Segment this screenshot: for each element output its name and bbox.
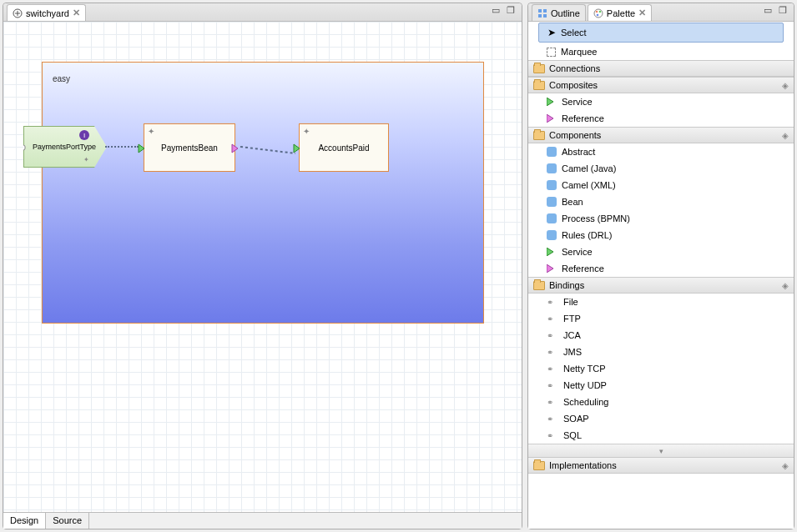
pin-icon[interactable]: ◈ (782, 461, 789, 470)
svg-point-10 (594, 9, 603, 18)
palette-item-component-service[interactable]: Service (528, 243, 794, 260)
tab-design[interactable]: Design (3, 513, 46, 529)
outline-icon (537, 8, 547, 18)
palette-item-binding-scheduling[interactable]: ⚭ Scheduling (528, 394, 794, 410)
svg-point-12 (599, 10, 602, 13)
svg-line-4 (240, 147, 295, 153)
marquee-icon (547, 48, 556, 57)
tool-select[interactable]: ➤ Select (538, 23, 784, 43)
drawer-bindings[interactable]: Bindings ◈ (528, 277, 794, 294)
svg-marker-2 (139, 144, 144, 153)
svg-marker-5 (294, 144, 300, 153)
palette-item-process-bpmn[interactable]: Process (BPMN) (528, 210, 794, 227)
item-label: Reference (562, 263, 604, 274)
composite-container[interactable]: easy (42, 62, 484, 324)
palette-item-binding-jca[interactable]: ⚭ JCA (528, 327, 794, 344)
component-accounts-paid[interactable]: ✦ AccountsPaid (299, 123, 389, 172)
item-label: Service (562, 247, 593, 257)
svg-point-11 (596, 10, 598, 13)
svg-rect-7 (543, 9, 547, 13)
diagram-canvas[interactable]: easy PaymentsPortType I ✦ ✦ PaymentsBean (3, 22, 522, 512)
composite-label: easy (53, 74, 70, 83)
reference-wire[interactable] (235, 138, 302, 163)
interface-badge-icon: I (79, 130, 89, 140)
drawer-connections[interactable]: Connections (528, 60, 794, 77)
item-label: Rules (DRL) (562, 230, 613, 240)
switchyard-icon (13, 8, 23, 18)
link-icon: ⚭ (547, 332, 558, 339)
service-node-payments-port-type[interactable]: PaymentsPortType I ✦ (23, 126, 107, 168)
editor-tab-label: switchyard (26, 8, 69, 18)
palette-item-bean[interactable]: Bean (528, 193, 794, 210)
folder-icon (533, 64, 545, 73)
service-port-icon[interactable] (138, 143, 148, 153)
pin-icon[interactable]: ◈ (782, 81, 789, 90)
drawer-label: Composites (549, 80, 598, 90)
palette-item-binding-soap[interactable]: ⚭ SOAP (528, 410, 794, 427)
minimize-icon[interactable]: ▭ (490, 5, 502, 15)
drawer-label: Components (549, 130, 601, 140)
item-label: File (563, 297, 578, 307)
item-label: Camel (XML) (562, 180, 616, 190)
palette-item-camel-xml[interactable]: Camel (XML) (528, 177, 794, 193)
component-payments-bean[interactable]: ✦ PaymentsBean (144, 123, 235, 172)
palette-item-binding-netty-tcp[interactable]: ⚭ Netty TCP (528, 360, 794, 377)
palette-item-rules-drl[interactable]: Rules (DRL) (528, 227, 794, 243)
component-label: PaymentsBean (161, 143, 218, 153)
close-icon[interactable]: ✕ (638, 8, 646, 18)
palette-item-binding-ftp[interactable]: ⚭ FTP (528, 310, 794, 327)
item-label: Service (562, 97, 593, 107)
promoted-service-wire[interactable] (105, 146, 139, 148)
palette-item-abstract[interactable]: Abstract (528, 143, 794, 160)
svg-rect-8 (538, 14, 542, 18)
editor-tab-bar: switchyard ✕ ▭ ❐ (3, 3, 522, 22)
palette-item-composite-reference[interactable]: Reference (528, 110, 794, 127)
drawer-composites[interactable]: Composites ◈ (528, 77, 794, 93)
palette-item-binding-jms[interactable]: ⚭ JMS (528, 344, 794, 360)
service-icon (547, 248, 557, 256)
tool-marquee[interactable]: Marquee (528, 43, 794, 60)
palette-item-component-reference[interactable]: Reference (528, 260, 794, 277)
scroll-down-button[interactable]: ▾ (528, 444, 794, 457)
drawer-implementations[interactable]: Implementations ◈ (528, 457, 794, 474)
item-label: Scheduling (563, 397, 608, 407)
svg-rect-9 (543, 14, 547, 18)
service-port-icon[interactable] (293, 143, 303, 153)
drawer-components[interactable]: Components ◈ (528, 127, 794, 143)
link-icon: ⚭ (547, 415, 558, 422)
drawer-label: Bindings (549, 280, 584, 290)
palette-item-binding-file[interactable]: ⚭ File (528, 294, 794, 310)
maximize-icon[interactable]: ❐ (777, 5, 789, 15)
service-icon (547, 98, 557, 106)
folder-icon (533, 281, 545, 290)
svg-marker-16 (547, 248, 553, 256)
link-icon: ⚭ (547, 315, 558, 322)
item-label: Netty TCP (563, 364, 606, 374)
palette-tab-label: Palette (607, 8, 635, 18)
pin-icon[interactable]: ◈ (782, 281, 789, 290)
palette-item-camel-java[interactable]: Camel (Java) (528, 160, 794, 177)
palette-item-binding-netty-udp[interactable]: ⚭ Netty UDP (528, 377, 794, 394)
pin-icon[interactable]: ◈ (782, 131, 789, 140)
minimize-icon[interactable]: ▭ (762, 5, 774, 15)
drawer-label: Implementations (549, 460, 617, 470)
svg-marker-15 (547, 114, 553, 123)
sparkle-icon: ✦ (83, 156, 89, 163)
link-icon: ⚭ (547, 299, 558, 305)
tab-outline[interactable]: Outline (532, 4, 586, 21)
sparkle-icon: ✦ (303, 127, 310, 136)
palette-item-composite-service[interactable]: Service (528, 93, 794, 110)
maximize-icon[interactable]: ❐ (505, 5, 517, 15)
tab-palette[interactable]: Palette ✕ (588, 4, 652, 21)
tab-source[interactable]: Source (46, 513, 89, 529)
palette-item-binding-sql[interactable]: ⚭ SQL (528, 427, 794, 444)
editor-bottom-tabs: Design Source (3, 512, 522, 529)
close-icon[interactable]: ✕ (73, 8, 80, 18)
link-icon: ⚭ (547, 432, 558, 439)
item-label: JMS (563, 347, 582, 357)
item-label: Bean (562, 197, 583, 207)
editor-tab-switchyard[interactable]: switchyard ✕ (7, 4, 86, 21)
svg-marker-14 (547, 98, 553, 106)
reference-icon (547, 114, 557, 123)
item-label: FTP (563, 314, 581, 324)
